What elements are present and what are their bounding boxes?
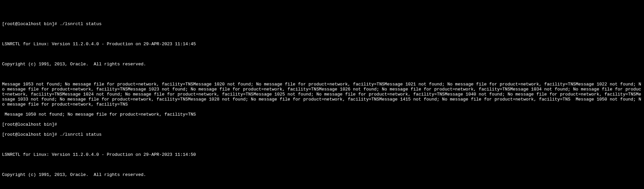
terminal-line-prompt-cmd1[interactable]: [root@localhost bin]# ./lsnrctl status	[2, 21, 642, 26]
terminal-line-blank	[2, 52, 642, 57]
terminal-line-prompt-empty1[interactable]: [root@localhost bin]#	[2, 122, 642, 127]
terminal-line-copyright1: Copyright (c) 1991, 2013, Oracle. All ri…	[2, 62, 642, 67]
terminal-line-blank	[2, 162, 642, 167]
terminal-line-blank	[2, 182, 642, 187]
terminal-line-copyright2: Copyright (c) 1991, 2013, Oracle. All ri…	[2, 172, 642, 177]
terminal-line-blank	[2, 142, 642, 147]
terminal-line-header1: LSNRCTL for Linux: Version 11.2.0.4.0 - …	[2, 42, 642, 47]
terminal-line-body1: Message 1053 not found; No message file …	[2, 82, 642, 107]
terminal-line-header2: LSNRCTL for Linux: Version 11.2.0.4.0 - …	[2, 152, 642, 157]
terminal-line-tail1: Message 1050 not found; No message file …	[2, 112, 642, 117]
terminal-line-blank	[2, 72, 642, 77]
terminal-line-blank	[2, 32, 642, 37]
terminal-line-prompt-cmd2[interactable]: [root@localhost bin]# ./lsnrctl status	[2, 132, 642, 137]
